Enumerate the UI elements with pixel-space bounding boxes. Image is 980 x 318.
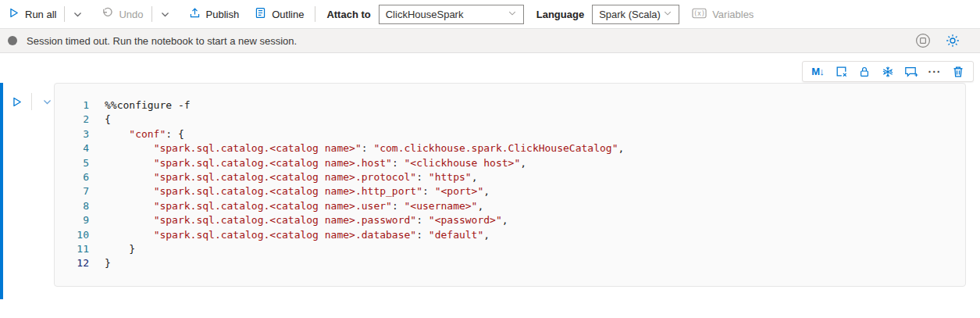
line-number: 3 — [55, 127, 89, 141]
publish-button[interactable]: Publish — [189, 7, 240, 21]
run-all-options-chevron[interactable] — [73, 9, 83, 20]
session-settings-gear-icon[interactable] — [944, 32, 961, 49]
outline-label: Outline — [272, 9, 304, 20]
chevron-down-icon — [663, 9, 672, 20]
code-text: "spark.sql.catalog.<catalog name>.databa… — [105, 228, 490, 242]
undo-label: Undo — [119, 9, 143, 20]
variables-button[interactable]: (x) Variables — [692, 8, 754, 21]
code-text: } — [105, 242, 135, 256]
code-text: "spark.sql.catalog.<catalog name>.protoc… — [105, 170, 477, 184]
attach-to-value: ClickHouseSpark — [386, 9, 464, 20]
run-cell-button[interactable] — [8, 93, 25, 110]
toolbar-divider — [315, 6, 315, 22]
stop-session-icon[interactable] — [914, 32, 932, 49]
line-number: 8 — [55, 199, 89, 213]
run-cell-divider — [31, 93, 32, 110]
publish-icon — [189, 7, 201, 21]
line-number: 1 — [55, 98, 89, 113]
variables-label: Variables — [712, 9, 754, 20]
line-number: 2 — [55, 113, 89, 127]
code-line[interactable]: 6 "spark.sql.catalog.<catalog name>.prot… — [55, 170, 965, 184]
add-comment-icon[interactable] — [901, 63, 921, 80]
outline-button[interactable]: Outline — [255, 7, 304, 21]
line-number: 7 — [55, 184, 89, 198]
line-number: 10 — [55, 228, 89, 242]
code-line[interactable]: 9 "spark.sql.catalog.<catalog name>.pass… — [55, 213, 965, 227]
line-number: 5 — [55, 156, 89, 170]
code-line[interactable]: 5 "spark.sql.catalog.<catalog name>.host… — [55, 156, 965, 170]
line-number: 6 — [55, 170, 89, 184]
line-number: 11 — [55, 242, 89, 256]
session-status-message: Session timed out. Run the notebook to s… — [27, 35, 914, 47]
code-line[interactable]: 8 "spark.sql.catalog.<catalog name>.user… — [55, 199, 965, 213]
code-line[interactable]: 2{ — [55, 113, 965, 127]
line-number: 9 — [55, 213, 89, 227]
play-icon — [8, 7, 20, 21]
clear-output-icon[interactable] — [831, 63, 851, 80]
code-line[interactable]: 11 } — [55, 242, 965, 256]
ellipsis-glyph: ··· — [928, 66, 942, 78]
cell-command-toolbar: M↓ ··· — [802, 61, 974, 82]
code-line[interactable]: 1%%configure -f — [55, 98, 965, 113]
code-text: } — [105, 256, 111, 270]
code-text: "spark.sql.catalog.<catalog name>.host":… — [105, 156, 526, 170]
run-all-label: Run all — [25, 9, 56, 20]
cell-more-actions-chevron[interactable] — [38, 93, 55, 110]
line-number: 4 — [55, 141, 89, 155]
convert-to-markdown-icon[interactable]: M↓ — [807, 63, 828, 80]
code-line[interactable]: 12} — [55, 256, 965, 270]
chevron-down-icon — [508, 9, 517, 20]
code-lines: 1%%configure -f2{3 "conf": {4 "spark.sql… — [55, 98, 965, 271]
attach-to-select[interactable]: ClickHouseSpark — [379, 5, 524, 24]
outline-icon — [255, 7, 266, 21]
line-number: 12 — [55, 256, 89, 270]
run-cell-controls — [8, 93, 55, 110]
session-status-bar: Session timed out. Run the notebook to s… — [0, 28, 980, 53]
freeze-cell-snowflake-icon[interactable] — [878, 63, 898, 80]
code-line[interactable]: 10 "spark.sql.catalog.<catalog name>.dat… — [55, 228, 965, 242]
code-text: "spark.sql.catalog.<catalog name>.user":… — [105, 199, 483, 213]
svg-text:(x): (x) — [693, 9, 705, 16]
markdown-glyph: M↓ — [811, 66, 823, 77]
more-commands-icon[interactable]: ··· — [925, 63, 945, 80]
code-line[interactable]: 3 "conf": { — [55, 127, 965, 141]
code-line[interactable]: 7 "spark.sql.catalog.<catalog name>.http… — [55, 184, 965, 198]
code-text: "conf": { — [105, 127, 184, 141]
language-value: Spark (Scala) — [599, 9, 661, 20]
undo-button[interactable]: Undo — [102, 7, 143, 21]
session-status-dot — [8, 36, 17, 45]
toolbar-divider — [64, 6, 65, 22]
delete-cell-trash-icon[interactable] — [948, 63, 968, 80]
active-cell-indicator — [0, 83, 3, 299]
variables-icon: (x) — [692, 8, 707, 21]
undo-icon — [102, 7, 113, 21]
language-select[interactable]: Spark (Scala) — [592, 5, 679, 24]
language-label: Language — [536, 9, 584, 20]
code-cell-editor[interactable]: 1%%configure -f2{3 "conf": {4 "spark.sql… — [54, 83, 966, 287]
toolbar-divider — [151, 6, 152, 22]
code-text: "spark.sql.catalog.<catalog name>.passwo… — [105, 213, 508, 227]
lock-cell-icon[interactable] — [854, 63, 875, 80]
code-text: "spark.sql.catalog.<catalog name>": "com… — [105, 141, 624, 155]
code-line[interactable]: 4 "spark.sql.catalog.<catalog name>": "c… — [55, 141, 965, 155]
code-text: %%configure -f — [105, 98, 191, 113]
undo-options-chevron[interactable] — [160, 9, 170, 20]
publish-label: Publish — [206, 9, 240, 20]
notebook-toolbar: Run all Undo Publish Outline A — [0, 0, 980, 28]
code-text: { — [105, 113, 111, 127]
run-all-button[interactable]: Run all — [8, 7, 56, 21]
attach-to-label: Attach to — [326, 9, 370, 20]
code-text: "spark.sql.catalog.<catalog name>.http_p… — [105, 184, 490, 198]
